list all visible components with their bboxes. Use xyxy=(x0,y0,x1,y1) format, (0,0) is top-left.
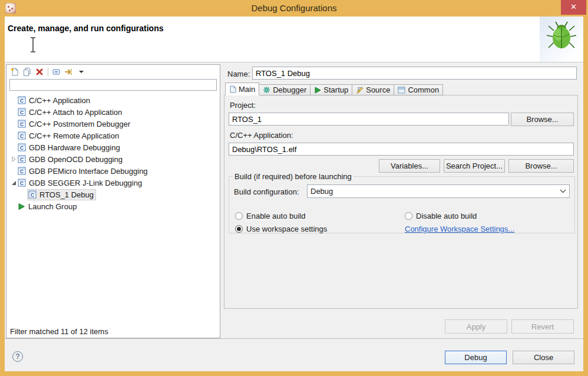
tree-item-cpp-remote[interactable]: C C/C++ Remote Application xyxy=(6,130,220,141)
duplicate-icon xyxy=(22,67,32,77)
selected-tree-item: C RTOS_1 Debug xyxy=(27,189,96,200)
document-icon xyxy=(229,85,236,93)
delete-icon xyxy=(35,68,44,76)
configurations-toolbar xyxy=(8,66,87,78)
tab-common[interactable]: Common xyxy=(394,84,443,95)
revert-button[interactable]: Revert xyxy=(511,319,574,334)
c-application-icon: C xyxy=(18,108,26,116)
tab-debugger[interactable]: Debugger xyxy=(259,84,310,95)
tree-item-cpp-application[interactable]: C C/C++ Application xyxy=(6,94,220,106)
c-application-icon: C xyxy=(18,131,26,140)
filter-configurations-input[interactable] xyxy=(9,79,217,91)
expand-chevron-icon[interactable] xyxy=(9,156,18,162)
svg-text:C: C xyxy=(20,121,24,127)
build-before-launch-group: Build (if required) before launching Bui… xyxy=(229,172,575,233)
build-configuration-select[interactable]: Debug xyxy=(307,184,570,198)
c-application-icon: C xyxy=(18,143,26,151)
application-label: C/C++ Application: xyxy=(230,131,293,140)
tab-strip: Main Debugger Startup Source xyxy=(225,83,442,95)
svg-text:C: C xyxy=(20,145,24,151)
c-application-icon: C xyxy=(18,96,26,104)
apply-button[interactable]: Apply xyxy=(445,319,507,334)
new-configuration-icon xyxy=(10,67,19,77)
chevron-down-icon xyxy=(560,189,566,193)
duplicate-configuration-button[interactable] xyxy=(22,67,32,77)
tab-main[interactable]: Main xyxy=(225,83,259,95)
chevron-down-icon xyxy=(78,70,84,74)
new-configuration-button[interactable] xyxy=(9,67,20,77)
browse-application-button[interactable]: Browse... xyxy=(508,159,574,173)
enable-auto-build-radio[interactable] xyxy=(235,212,243,220)
svg-text:C: C xyxy=(20,180,24,186)
variables-button[interactable]: Variables... xyxy=(379,159,440,173)
debug-configurations-dialog: Debug Configurations ✕ Create, manage, a… xyxy=(0,0,588,376)
svg-text:C: C xyxy=(20,157,24,163)
tree-item-cpp-postmortem[interactable]: C C/C++ Postmortem Debugger xyxy=(6,118,220,130)
tree-item-rtos1-debug[interactable]: C RTOS_1 Debug xyxy=(6,189,220,200)
close-icon: ✕ xyxy=(570,2,577,11)
launch-group-icon xyxy=(18,203,25,210)
browse-project-button[interactable]: Browse... xyxy=(511,113,574,126)
debug-banner-graphic xyxy=(540,17,583,62)
dialog-frame: Create, manage, and run configurations xyxy=(5,17,583,371)
c-application-icon: C xyxy=(18,179,26,187)
tree-item-launch-group[interactable]: Launch Group xyxy=(6,200,220,212)
disable-auto-build-radio[interactable] xyxy=(405,212,412,220)
svg-text:C: C xyxy=(20,110,24,116)
question-mark-icon: ? xyxy=(15,352,19,361)
configuration-detail-panel: Name: Main Debugger Startup xyxy=(224,64,578,338)
tree-item-gdb-hardware[interactable]: C GDB Hardware Debugging xyxy=(6,141,220,153)
title-bar[interactable]: Debug Configurations ✕ xyxy=(0,0,588,17)
bug-icon xyxy=(546,20,577,54)
name-label: Name: xyxy=(227,70,250,78)
svg-text:C: C xyxy=(20,133,24,139)
configure-workspace-settings-link[interactable]: Configure Workspace Settings... xyxy=(405,225,514,233)
close-button[interactable]: Close xyxy=(513,351,574,364)
work-area: C C/C++ Application C C/C++ Attach to Ap… xyxy=(5,63,583,371)
text-cursor-ibeam xyxy=(29,37,37,55)
search-project-button[interactable]: Search Project... xyxy=(444,159,505,173)
delete-configuration-button[interactable] xyxy=(34,67,45,77)
debug-button[interactable]: Debug xyxy=(445,351,507,364)
tree-item-gdb-segger-jlink[interactable]: C GDB SEGGER J-Link Debugging xyxy=(6,177,220,189)
page-title: Create, manage, and run configurations xyxy=(8,24,164,33)
window-icon xyxy=(398,87,405,94)
dialog-footer: ? Debug Close xyxy=(5,338,583,371)
tree-item-cpp-attach[interactable]: C C/C++ Attach to Application xyxy=(6,106,220,118)
c-application-icon: C xyxy=(18,167,26,175)
tree-item-gdb-pemicro[interactable]: C GDB PEMicro Interface Debugging xyxy=(6,165,220,177)
c-application-icon: C xyxy=(18,120,26,128)
tab-startup[interactable]: Startup xyxy=(310,84,352,95)
svg-text:C: C xyxy=(31,192,35,198)
enable-auto-build-label: Enable auto build xyxy=(246,212,305,220)
project-label: Project: xyxy=(230,101,256,110)
tab-content-main: Project: Browse... C/C++ Application: Va… xyxy=(224,95,578,309)
use-workspace-settings-radio[interactable] xyxy=(235,225,243,233)
application-input[interactable] xyxy=(229,143,574,156)
toolbar-menu-button[interactable] xyxy=(76,67,87,77)
c-application-icon: C xyxy=(28,190,37,199)
filter-icon xyxy=(64,67,74,77)
close-window-button[interactable]: ✕ xyxy=(561,0,586,15)
c-application-icon: C xyxy=(18,155,26,163)
svg-text:C: C xyxy=(20,169,24,174)
name-input[interactable] xyxy=(252,67,577,80)
filter-configurations-button[interactable] xyxy=(64,67,74,77)
collapse-all-icon xyxy=(52,67,61,77)
window-title: Debug Configurations xyxy=(0,3,588,13)
collapse-chevron-icon[interactable] xyxy=(9,180,18,186)
collapse-all-button[interactable] xyxy=(51,67,62,77)
play-icon xyxy=(314,87,321,94)
build-group-legend: Build (if required) before launching xyxy=(233,172,354,181)
toolbar-separator xyxy=(48,68,48,76)
filter-status-text: Filter matched 11 of 12 items xyxy=(10,327,108,336)
use-workspace-settings-label: Use workspace settings xyxy=(246,225,327,233)
project-input[interactable] xyxy=(229,113,509,126)
configurations-panel: C C/C++ Application C C/C++ Attach to Ap… xyxy=(6,64,220,338)
build-configuration-label: Build configuration: xyxy=(234,187,299,196)
tree-item-gdb-openocd[interactable]: C GDB OpenOCD Debugging xyxy=(6,153,220,165)
disable-auto-build-label: Disable auto build xyxy=(416,212,477,220)
help-button[interactable]: ? xyxy=(12,351,23,362)
tab-source[interactable]: Source xyxy=(352,84,394,95)
source-pencil-icon xyxy=(356,86,364,94)
